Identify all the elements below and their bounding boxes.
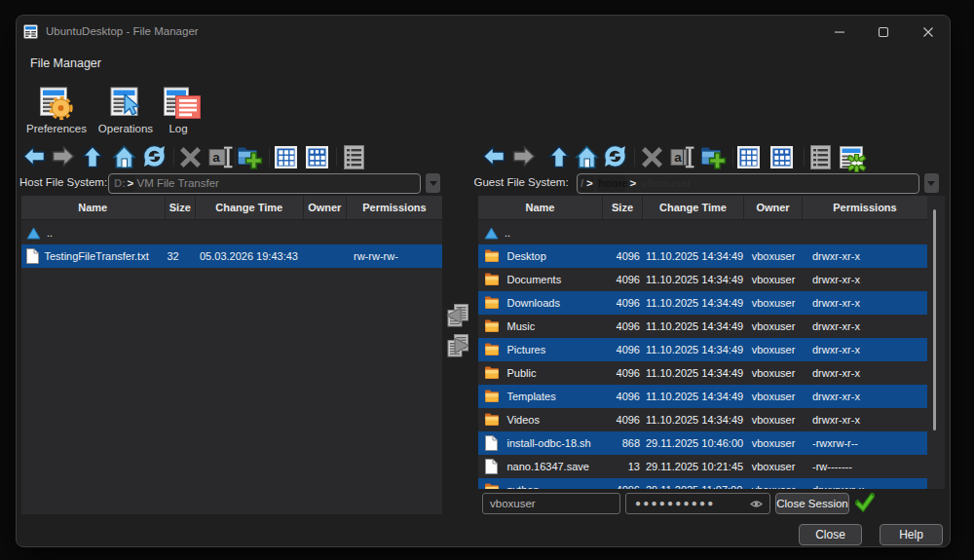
svg-text:a: a (674, 150, 682, 165)
svg-text:a: a (212, 150, 220, 165)
